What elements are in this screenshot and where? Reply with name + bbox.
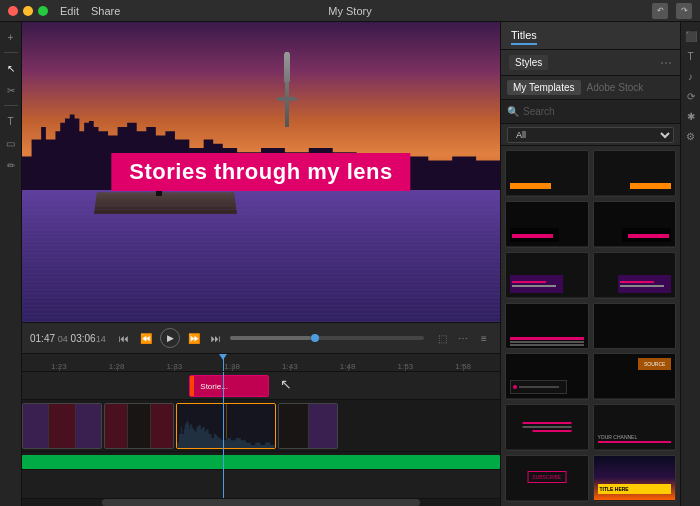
template-shadow-3l[interactable]: Shadow 3-Line Left (505, 303, 589, 350)
main-layout: + ↖ ✂ T ▭ ✏ Stories through my lens (0, 22, 700, 506)
template-shadow-1r[interactable]: Shadow 1-Line Right (593, 201, 677, 248)
outro-inner: SUBSCRIBE (527, 471, 566, 485)
fast-forward-button[interactable]: ⏩ (186, 330, 202, 346)
menu-share[interactable]: Share (91, 5, 120, 17)
my-templates-filter[interactable]: My Templates (507, 80, 581, 95)
title-clip[interactable]: Storie... (189, 375, 269, 397)
template-source-filter: My Templates Adobe Stock (501, 76, 680, 100)
playback-progress[interactable] (230, 336, 424, 340)
video-clip-0[interactable] (22, 403, 102, 449)
template-label-7: Shadow 3-Line Right (594, 348, 676, 350)
template-label-2: Shadow 1-Line Left (506, 246, 588, 248)
menu-bar: Edit Share (60, 5, 120, 17)
template-shadow-2l[interactable]: Shadow 2-Line Left (505, 252, 589, 299)
template-thumb-7 (594, 304, 676, 348)
panel-icon-2[interactable]: ♪ (683, 68, 699, 84)
template-thumb-4 (506, 253, 588, 297)
panel-filter: All (501, 124, 680, 146)
timeline-playhead-line (223, 372, 224, 498)
timeline[interactable]: Storie... ↖ (22, 372, 500, 498)
transport-bar: 01:47 04 03:0614 ⏮ ⏪ ▶ ⏩ ⏭ ⬚ ⋯ ≡ (22, 322, 500, 354)
audio-bar (22, 455, 500, 469)
redo-button[interactable]: ↷ (676, 3, 692, 19)
template-label-12: Stylish Outro (506, 500, 588, 502)
video-clip-1[interactable] (104, 403, 174, 449)
template-label-9: Source Bug (594, 398, 676, 400)
template-shadow-3r[interactable]: Shadow 3-Line Right (593, 303, 677, 350)
undo-button[interactable]: ↶ (652, 3, 668, 19)
source-inner: SOURCE (638, 358, 671, 370)
template-label-11: Stylish Intro (594, 449, 676, 451)
total-time: 03:06 (71, 333, 96, 344)
template-label-10: Stylish Crisscross (506, 449, 588, 451)
search-input[interactable] (523, 106, 674, 117)
menu-edit[interactable]: Edit (60, 5, 79, 17)
panel-tab-titles[interactable]: Titles (511, 27, 537, 45)
panel-dots-button[interactable]: ⋯ (660, 56, 672, 70)
minimize-button[interactable] (23, 6, 33, 16)
template-thumb-6 (506, 304, 588, 348)
shadow-row-1 (510, 337, 584, 340)
timeline-scrollbar[interactable] (22, 498, 500, 506)
skip-to-start-button[interactable]: ⏮ (116, 330, 132, 346)
close-button[interactable] (8, 6, 18, 16)
panel-icon-1[interactable]: T (683, 48, 699, 64)
razor-tool-button[interactable]: ✂ (2, 81, 20, 99)
skip-to-end-button[interactable]: ⏭ (208, 330, 224, 346)
maximize-button[interactable] (38, 6, 48, 16)
clip-thumb-0 (23, 404, 101, 448)
text-tool-button[interactable]: T (2, 112, 20, 130)
template-thumb-1 (594, 151, 676, 195)
playhead-triangle (219, 354, 227, 360)
shape-tool-button[interactable]: ▭ (2, 134, 20, 152)
title-actions: ↶ ↷ (652, 3, 692, 19)
panel-sub-header: Styles ⋯ (501, 50, 680, 76)
panel-sub-tab-styles[interactable]: Styles (509, 55, 548, 70)
template-thumb-9: SOURCE (594, 354, 676, 398)
template-sunrise[interactable]: TITLE HERE Sunrise (593, 455, 677, 502)
settings-button[interactable]: ⋯ (455, 330, 471, 346)
frame-0 (23, 404, 48, 448)
template-social-caption[interactable]: Social Caption (505, 353, 589, 400)
shadow-2r-inner (618, 275, 671, 293)
template-orange-sherbet-left[interactable]: Orange Sherbet Left (505, 150, 589, 197)
rewind-button[interactable]: ⏪ (138, 330, 154, 346)
play-pause-button[interactable]: ▶ (160, 328, 180, 348)
panel-icon-5[interactable]: ⚙ (683, 128, 699, 144)
ruler-mark-4: 1:43 (261, 362, 319, 371)
template-orange-sherbet-right[interactable]: Orange Sherbet Right (593, 150, 677, 197)
scroll-thumb[interactable] (102, 499, 420, 506)
progress-fill (230, 336, 311, 340)
category-filter-select[interactable]: All (507, 127, 674, 143)
panel-icon-0[interactable]: ⬛ (683, 28, 699, 44)
shadow-line-4 (620, 285, 664, 287)
pen-tool-button[interactable]: ✏ (2, 156, 20, 174)
video-clip-2[interactable] (278, 403, 338, 449)
template-thumb-10 (506, 405, 588, 449)
add-tool-button[interactable]: + (2, 28, 20, 46)
template-stylish-intro[interactable]: YOUR CHANNEL Stylish Intro (593, 404, 677, 451)
template-label-3: Shadow 1-Line Right (594, 246, 676, 248)
video-preview: Stories through my lens (22, 22, 500, 322)
template-stylish-crisscross[interactable]: Stylish Crisscross (505, 404, 589, 451)
template-stylish-outro[interactable]: SUBSCRIBE Stylish Outro (505, 455, 589, 502)
adobe-stock-filter[interactable]: Adobe Stock (587, 82, 644, 93)
more-button[interactable]: ≡ (476, 330, 492, 346)
select-tool-button[interactable]: ↖ (2, 59, 20, 77)
intro-line (598, 441, 672, 443)
template-shadow-2r[interactable]: Shadow 2-Line Right (593, 252, 677, 299)
panel-icon-4[interactable]: ✱ (683, 108, 699, 124)
clip-thumb-selected (177, 404, 275, 448)
cross-line-1 (522, 422, 571, 424)
shadow-row-2 (510, 341, 584, 343)
template-shadow-1l[interactable]: Shadow 1-Line Left (505, 201, 589, 248)
panel-icon-3[interactable]: ⟳ (683, 88, 699, 104)
video-clip-selected[interactable] (176, 403, 276, 449)
progress-head (311, 334, 319, 342)
current-frame: 04 (58, 334, 68, 344)
ruler-mark-6: 1:53 (377, 362, 435, 371)
template-grid: Orange Sherbet Left Orange Sherbet Right… (501, 146, 680, 506)
cross-line-3 (532, 430, 571, 432)
crop-button[interactable]: ⬚ (434, 330, 450, 346)
template-source-bug[interactable]: SOURCE Source Bug (593, 353, 677, 400)
